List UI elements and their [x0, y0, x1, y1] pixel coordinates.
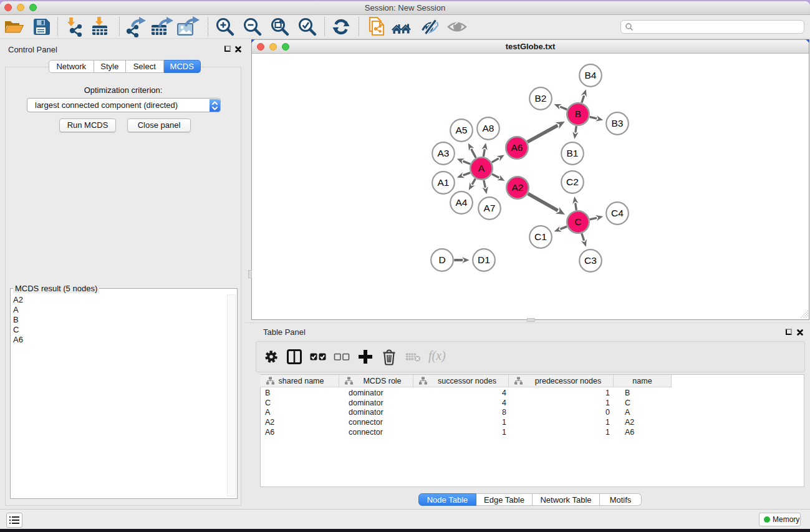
svg-text:C1: C1 [534, 231, 547, 242]
svg-text:A2: A2 [512, 182, 524, 193]
svg-text:B: B [575, 109, 581, 119]
svg-text:A4: A4 [456, 197, 468, 208]
svg-text:C3: C3 [584, 255, 597, 266]
svg-text:B2: B2 [535, 93, 547, 104]
svg-text:A6: A6 [511, 142, 523, 153]
svg-text:C2: C2 [566, 177, 579, 187]
svg-text:A1: A1 [438, 177, 450, 188]
svg-text:B1: B1 [567, 148, 579, 158]
svg-text:A5: A5 [456, 125, 468, 135]
svg-text:D: D [438, 254, 445, 265]
svg-text:A8: A8 [483, 123, 494, 133]
svg-text:D1: D1 [478, 254, 490, 265]
svg-text:B4: B4 [585, 70, 597, 80]
svg-text:C4: C4 [611, 208, 624, 218]
svg-text:A7: A7 [484, 203, 496, 213]
svg-text:C: C [574, 216, 581, 227]
svg-text:A3: A3 [438, 148, 450, 158]
svg-text:A: A [478, 163, 485, 173]
svg-text:B3: B3 [612, 118, 624, 128]
